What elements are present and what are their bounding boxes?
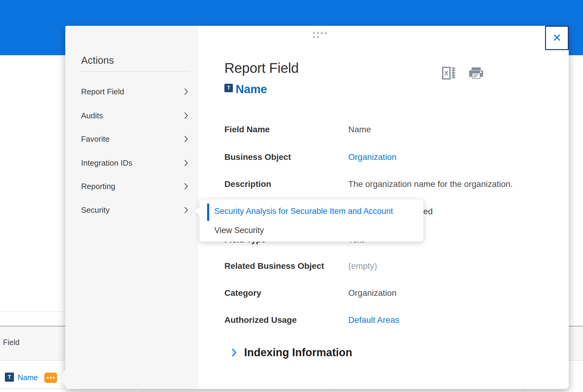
security-submenu: Security Analysis for Securable Item and… bbox=[199, 199, 424, 242]
dot bbox=[50, 377, 52, 379]
menu-item-label: Integration IDs bbox=[81, 158, 132, 168]
svg-text:X: X bbox=[444, 70, 448, 76]
popup-title: Report Field bbox=[224, 60, 299, 76]
field-value: The organization name for the organizati… bbox=[348, 179, 513, 189]
field-label: Field Name bbox=[224, 125, 348, 134]
actions-menu-item-security[interactable]: Security bbox=[81, 203, 188, 217]
obscured-row-partial-text: ed bbox=[423, 207, 433, 216]
text-field-type-icon: T bbox=[224, 84, 233, 92]
submenu-active-indicator bbox=[207, 204, 209, 221]
actions-menu-item-reporting[interactable]: Reporting bbox=[81, 180, 188, 193]
submenu-item-view-security[interactable]: View Security bbox=[214, 226, 264, 235]
field-row: Business ObjectOrganization bbox=[224, 152, 397, 162]
divider bbox=[81, 71, 189, 72]
dot bbox=[53, 377, 55, 379]
chevron-right-icon bbox=[231, 348, 237, 357]
actions-menu-item-audits[interactable]: Audits bbox=[81, 109, 188, 122]
field-row: Field NameName bbox=[224, 125, 371, 134]
menu-item-label: Reporting bbox=[81, 182, 115, 191]
table-row-name-link[interactable]: Name bbox=[18, 373, 38, 382]
export-to-excel-icon[interactable]: X bbox=[442, 66, 456, 80]
table-grid-line bbox=[0, 389, 65, 389]
table-grid-line bbox=[0, 312, 65, 312]
field-label: Business Object bbox=[224, 152, 348, 162]
table-column-divider bbox=[333, 389, 334, 392]
table-column-divider bbox=[142, 389, 143, 392]
field-row: DescriptionThe organization name for the… bbox=[224, 179, 513, 189]
section-title: Indexing Information bbox=[244, 346, 352, 359]
drag-handle[interactable] bbox=[313, 32, 327, 38]
close-button[interactable]: ✕ bbox=[545, 26, 569, 50]
actions-menu-item-integration-ids[interactable]: Integration IDs bbox=[81, 156, 188, 170]
print-icon[interactable] bbox=[469, 67, 484, 80]
field-value-empty: (empty) bbox=[348, 261, 377, 271]
field-row: Related Business Object(empty) bbox=[224, 261, 377, 271]
field-row: Authorized UsageDefault Areas bbox=[224, 315, 399, 325]
field-label: Category bbox=[224, 288, 348, 298]
table-column-header-field: Field bbox=[3, 338, 19, 347]
chevron-right-icon bbox=[184, 183, 188, 190]
chevron-right-icon bbox=[184, 88, 188, 95]
business-object-link[interactable]: Organization bbox=[348, 152, 397, 162]
indexing-information-toggle[interactable]: Indexing Information bbox=[231, 346, 352, 359]
field-label: Authorized Usage bbox=[224, 315, 348, 325]
text-field-type-icon: T bbox=[5, 373, 14, 382]
chevron-right-icon bbox=[184, 112, 188, 119]
popup-anchor-arrow bbox=[59, 370, 65, 386]
related-actions-button[interactable] bbox=[44, 373, 57, 383]
field-value: Name bbox=[348, 125, 371, 134]
submenu-anchor-arrow bbox=[193, 207, 200, 215]
actions-panel-title: Actions bbox=[81, 55, 114, 66]
chevron-right-icon bbox=[184, 135, 188, 143]
menu-item-label: Audits bbox=[81, 111, 103, 120]
authorized-usage-link[interactable]: Default Areas bbox=[348, 315, 399, 325]
chevron-right-icon bbox=[184, 159, 188, 167]
field-label: Description bbox=[224, 179, 348, 189]
field-label: Related Business Object bbox=[224, 261, 348, 271]
field-name-link[interactable]: Name bbox=[236, 83, 267, 96]
actions-menu-item-report-field[interactable]: Report Field bbox=[81, 85, 188, 98]
chevron-right-icon bbox=[184, 206, 188, 214]
submenu-item-security-analysis[interactable]: Security Analysis for Securable Item and… bbox=[214, 207, 393, 216]
dot bbox=[47, 377, 49, 379]
field-title: T Name bbox=[224, 83, 267, 96]
menu-item-label: Favorite bbox=[81, 134, 110, 144]
menu-item-label: Report Field bbox=[81, 87, 124, 96]
table-column-divider bbox=[524, 389, 525, 392]
field-value: Organization bbox=[348, 288, 397, 298]
field-row: CategoryOrganization bbox=[224, 288, 397, 298]
menu-item-label: Security bbox=[81, 205, 110, 215]
actions-menu-item-favorite[interactable]: Favorite bbox=[81, 132, 188, 146]
